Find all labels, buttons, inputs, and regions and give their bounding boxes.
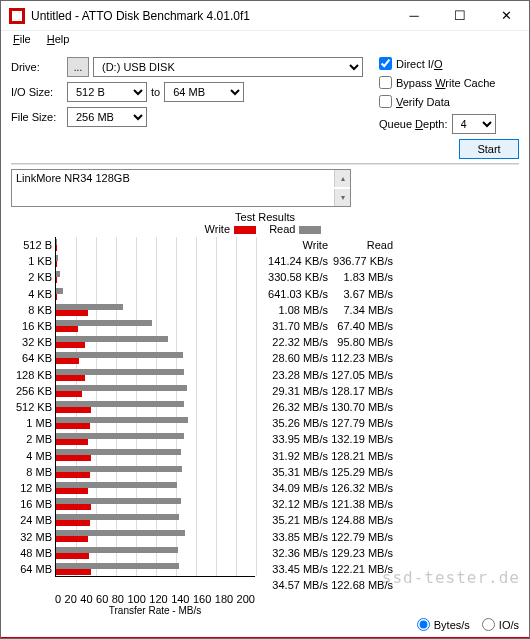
bypass-checkbox[interactable]: Bypass Write Cache <box>379 76 519 89</box>
iosize-from-select[interactable]: 512 B <box>67 82 147 102</box>
value-row: 29.31 MB/s128.17 MB/s <box>263 383 519 399</box>
verify-checkbox[interactable]: Verify Data <box>379 95 519 108</box>
chart-x-title: Transfer Rate - MB/s <box>55 605 255 616</box>
filesize-label: File Size: <box>11 111 63 123</box>
bytes-radio[interactable]: Bytes/s <box>417 618 470 631</box>
value-row: 33.85 MB/s122.79 MB/s <box>263 529 519 545</box>
chart-bars <box>55 237 255 577</box>
value-row: 32.12 MB/s121.38 MB/s <box>263 496 519 512</box>
value-row: 31.92 MB/s128.21 MB/s <box>263 448 519 464</box>
maximize-button[interactable]: ☐ <box>437 1 483 31</box>
value-row: 35.26 MB/s127.79 MB/s <box>263 415 519 431</box>
chart-legend: Test Results Write Read <box>11 211 519 235</box>
chart-x-labels: 020406080100120140160180200 <box>55 593 255 605</box>
value-row: 22.32 MB/s95.80 MB/s <box>263 334 519 350</box>
test-description-box[interactable]: LinkMore NR34 128GB ▴ ▾ <box>11 169 351 207</box>
ios-radio[interactable]: IO/s <box>482 618 519 631</box>
menu-help[interactable]: Help <box>41 31 76 51</box>
value-row: 641.03 KB/s3.67 MB/s <box>263 286 519 302</box>
value-row: 34.09 MB/s126.32 MB/s <box>263 480 519 496</box>
value-header: WriteRead <box>263 237 519 253</box>
queuedepth-label: Queue Depth: <box>379 118 448 130</box>
value-row: 1.08 MB/s7.34 MB/s <box>263 302 519 318</box>
to-label: to <box>151 86 160 98</box>
drive-browse-button[interactable]: ... <box>67 57 89 77</box>
directio-checkbox[interactable]: Direct I/O <box>379 57 519 70</box>
window-title: Untitled - ATTO Disk Benchmark 4.01.0f1 <box>31 9 391 23</box>
queuedepth-select[interactable]: 4 <box>452 114 496 134</box>
start-button[interactable]: Start <box>459 139 519 159</box>
svg-rect-1 <box>12 11 22 21</box>
value-row: 141.24 KB/s936.77 KB/s <box>263 253 519 269</box>
filesize-select[interactable]: 256 MB <box>67 107 147 127</box>
app-icon <box>9 8 25 24</box>
value-row: 33.95 MB/s132.19 MB/s <box>263 431 519 447</box>
value-row: 330.58 KB/s1.83 MB/s <box>263 269 519 285</box>
iosize-label: I/O Size: <box>11 86 63 98</box>
value-row: 35.21 MB/s124.88 MB/s <box>263 512 519 528</box>
value-row: 28.60 MB/s112.23 MB/s <box>263 350 519 366</box>
drive-select[interactable]: (D:) USB DISK <box>93 57 363 77</box>
value-row: 32.36 MB/s129.23 MB/s <box>263 545 519 561</box>
chart-y-labels: 512 B1 KB2 KB4 KB8 KB16 KB32 KB64 KB128 … <box>11 237 55 593</box>
scroll-down-icon[interactable]: ▾ <box>334 189 350 206</box>
value-row: 26.32 MB/s130.70 MB/s <box>263 399 519 415</box>
value-row: 31.70 MB/s67.40 MB/s <box>263 318 519 334</box>
value-row: 35.31 MB/s125.29 MB/s <box>263 464 519 480</box>
iosize-to-select[interactable]: 64 MB <box>164 82 244 102</box>
watermark: ssd-tester.de <box>382 568 520 587</box>
test-name: LinkMore NR34 128GB <box>16 172 130 184</box>
menu-file[interactable]: File <box>7 31 37 51</box>
drive-label: Drive: <box>11 61 63 73</box>
scroll-up-icon[interactable]: ▴ <box>334 170 350 187</box>
minimize-button[interactable]: ─ <box>391 1 437 31</box>
close-button[interactable]: ✕ <box>483 1 529 31</box>
value-row: 23.28 MB/s127.05 MB/s <box>263 367 519 383</box>
